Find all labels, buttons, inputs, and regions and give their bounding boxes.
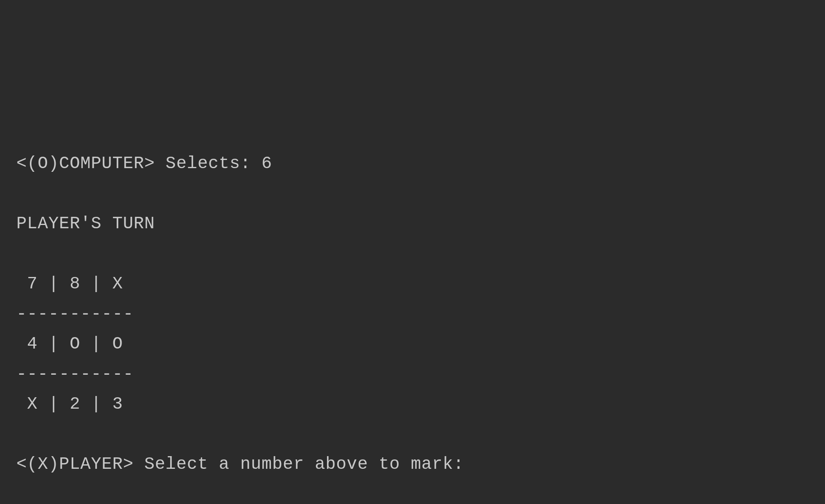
computer-move-announcement: <(O)COMPUTER> Selects: 6 <box>16 154 272 173</box>
board-row-top: 7 | 8 | X <box>16 274 123 294</box>
board-row-bottom: X | 2 | 3 <box>16 394 123 414</box>
player-input-prompt[interactable]: <(X)PLAYER> Select a number above to mar… <box>16 454 464 474</box>
board-divider-2: ----------- <box>16 364 134 384</box>
terminal-screen: <(O)COMPUTER> Selects: 6 PLAYER'S TURN 7… <box>16 149 809 480</box>
board-row-middle: 4 | O | O <box>16 334 123 354</box>
board-divider-1: ----------- <box>16 304 134 324</box>
turn-header: PLAYER'S TURN <box>16 214 155 234</box>
